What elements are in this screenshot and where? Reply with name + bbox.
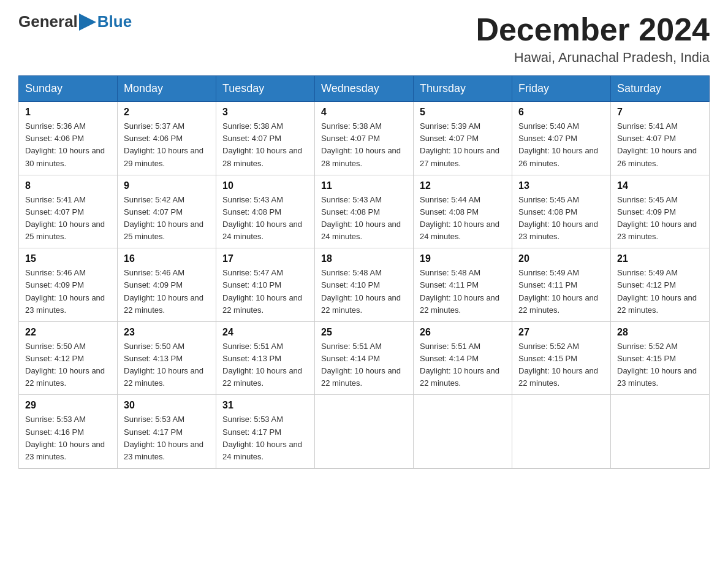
day-number: 27 xyxy=(518,327,604,338)
day-number: 13 xyxy=(518,180,604,191)
day-number: 5 xyxy=(420,107,506,118)
calendar-cell: 2 Sunrise: 5:37 AMSunset: 4:06 PMDayligh… xyxy=(118,102,216,175)
day-info: Sunrise: 5:38 AMSunset: 4:07 PMDaylight:… xyxy=(222,121,302,167)
day-info: Sunrise: 5:36 AMSunset: 4:06 PMDaylight:… xyxy=(25,121,105,167)
calendar-cell: 31 Sunrise: 5:53 AMSunset: 4:17 PMDaylig… xyxy=(216,395,315,469)
weekday-header-tuesday: Tuesday xyxy=(216,76,315,102)
day-number: 17 xyxy=(222,253,308,264)
calendar-cell: 14 Sunrise: 5:45 AMSunset: 4:09 PMDaylig… xyxy=(611,175,710,248)
day-number: 25 xyxy=(321,327,407,338)
calendar-week-row: 15 Sunrise: 5:46 AMSunset: 4:09 PMDaylig… xyxy=(19,248,710,322)
calendar-cell: 8 Sunrise: 5:41 AMSunset: 4:07 PMDayligh… xyxy=(19,175,118,248)
day-info: Sunrise: 5:48 AMSunset: 4:11 PMDaylight:… xyxy=(420,268,499,314)
day-info: Sunrise: 5:45 AMSunset: 4:09 PMDaylight:… xyxy=(617,195,697,241)
location-subtitle: Hawai, Arunachal Pradesh, India xyxy=(476,50,710,66)
day-info: Sunrise: 5:51 AMSunset: 4:13 PMDaylight:… xyxy=(222,342,302,388)
weekday-header-wednesday: Wednesday xyxy=(315,76,414,102)
calendar-cell: 3 Sunrise: 5:38 AMSunset: 4:07 PMDayligh… xyxy=(216,102,315,175)
calendar-cell: 20 Sunrise: 5:49 AMSunset: 4:11 PMDaylig… xyxy=(512,248,611,322)
calendar-table: SundayMondayTuesdayWednesdayThursdayFrid… xyxy=(18,75,710,469)
calendar-week-row: 29 Sunrise: 5:53 AMSunset: 4:16 PMDaylig… xyxy=(19,395,710,469)
day-info: Sunrise: 5:39 AMSunset: 4:07 PMDaylight:… xyxy=(420,121,499,167)
day-number: 19 xyxy=(420,253,506,264)
day-number: 15 xyxy=(25,253,111,264)
calendar-cell: 12 Sunrise: 5:44 AMSunset: 4:08 PMDaylig… xyxy=(414,175,512,248)
calendar-cell: 28 Sunrise: 5:52 AMSunset: 4:15 PMDaylig… xyxy=(611,321,710,395)
calendar-cell: 6 Sunrise: 5:40 AMSunset: 4:07 PMDayligh… xyxy=(512,102,611,175)
day-info: Sunrise: 5:37 AMSunset: 4:06 PMDaylight:… xyxy=(124,121,203,167)
day-number: 29 xyxy=(25,400,111,411)
calendar-cell xyxy=(315,395,414,469)
day-number: 6 xyxy=(518,107,604,118)
calendar-cell: 1 Sunrise: 5:36 AMSunset: 4:06 PMDayligh… xyxy=(19,102,118,175)
calendar-header-row: SundayMondayTuesdayWednesdayThursdayFrid… xyxy=(19,76,710,102)
day-number: 1 xyxy=(25,107,111,118)
day-info: Sunrise: 5:46 AMSunset: 4:09 PMDaylight:… xyxy=(25,268,105,314)
calendar-cell: 23 Sunrise: 5:50 AMSunset: 4:13 PMDaylig… xyxy=(118,321,216,395)
day-number: 2 xyxy=(124,107,210,118)
day-number: 23 xyxy=(124,327,210,338)
logo-blue: Blue xyxy=(97,12,132,31)
day-info: Sunrise: 5:47 AMSunset: 4:10 PMDaylight:… xyxy=(222,268,302,314)
day-info: Sunrise: 5:52 AMSunset: 4:15 PMDaylight:… xyxy=(518,342,598,388)
day-info: Sunrise: 5:41 AMSunset: 4:07 PMDaylight:… xyxy=(25,195,105,241)
calendar-cell xyxy=(611,395,710,469)
day-info: Sunrise: 5:41 AMSunset: 4:07 PMDaylight:… xyxy=(617,121,697,167)
calendar-cell: 29 Sunrise: 5:53 AMSunset: 4:16 PMDaylig… xyxy=(19,395,118,469)
day-number: 26 xyxy=(420,327,506,338)
day-number: 3 xyxy=(222,107,308,118)
calendar-cell: 30 Sunrise: 5:53 AMSunset: 4:17 PMDaylig… xyxy=(118,395,216,469)
calendar-cell: 18 Sunrise: 5:48 AMSunset: 4:10 PMDaylig… xyxy=(315,248,414,322)
day-number: 10 xyxy=(222,180,308,191)
calendar-cell: 13 Sunrise: 5:45 AMSunset: 4:08 PMDaylig… xyxy=(512,175,611,248)
calendar-cell: 16 Sunrise: 5:46 AMSunset: 4:09 PMDaylig… xyxy=(118,248,216,322)
calendar-cell: 7 Sunrise: 5:41 AMSunset: 4:07 PMDayligh… xyxy=(611,102,710,175)
calendar-week-row: 22 Sunrise: 5:50 AMSunset: 4:12 PMDaylig… xyxy=(19,321,710,395)
calendar-cell: 25 Sunrise: 5:51 AMSunset: 4:14 PMDaylig… xyxy=(315,321,414,395)
day-number: 8 xyxy=(25,180,111,191)
day-number: 20 xyxy=(518,253,604,264)
day-info: Sunrise: 5:49 AMSunset: 4:12 PMDaylight:… xyxy=(617,268,697,314)
weekday-header-saturday: Saturday xyxy=(611,76,710,102)
day-number: 14 xyxy=(617,180,703,191)
day-info: Sunrise: 5:40 AMSunset: 4:07 PMDaylight:… xyxy=(518,121,598,167)
calendar-cell: 21 Sunrise: 5:49 AMSunset: 4:12 PMDaylig… xyxy=(611,248,710,322)
day-info: Sunrise: 5:45 AMSunset: 4:08 PMDaylight:… xyxy=(518,195,598,241)
day-info: Sunrise: 5:48 AMSunset: 4:10 PMDaylight:… xyxy=(321,268,401,314)
logo-general: General xyxy=(18,12,78,31)
logo: General Blue xyxy=(18,12,132,31)
day-info: Sunrise: 5:49 AMSunset: 4:11 PMDaylight:… xyxy=(518,268,598,314)
day-info: Sunrise: 5:51 AMSunset: 4:14 PMDaylight:… xyxy=(321,342,401,388)
svg-marker-0 xyxy=(79,13,96,31)
day-info: Sunrise: 5:38 AMSunset: 4:07 PMDaylight:… xyxy=(321,121,401,167)
day-info: Sunrise: 5:43 AMSunset: 4:08 PMDaylight:… xyxy=(222,195,302,241)
calendar-cell: 22 Sunrise: 5:50 AMSunset: 4:12 PMDaylig… xyxy=(19,321,118,395)
day-info: Sunrise: 5:43 AMSunset: 4:08 PMDaylight:… xyxy=(321,195,401,241)
weekday-header-sunday: Sunday xyxy=(19,76,118,102)
calendar-week-row: 8 Sunrise: 5:41 AMSunset: 4:07 PMDayligh… xyxy=(19,175,710,248)
weekday-header-monday: Monday xyxy=(118,76,216,102)
calendar-cell xyxy=(512,395,611,469)
day-info: Sunrise: 5:44 AMSunset: 4:08 PMDaylight:… xyxy=(420,195,499,241)
logo-icon xyxy=(79,13,96,31)
calendar-cell: 10 Sunrise: 5:43 AMSunset: 4:08 PMDaylig… xyxy=(216,175,315,248)
calendar-cell: 17 Sunrise: 5:47 AMSunset: 4:10 PMDaylig… xyxy=(216,248,315,322)
calendar-cell: 5 Sunrise: 5:39 AMSunset: 4:07 PMDayligh… xyxy=(414,102,512,175)
calendar-cell: 9 Sunrise: 5:42 AMSunset: 4:07 PMDayligh… xyxy=(118,175,216,248)
day-info: Sunrise: 5:53 AMSunset: 4:17 PMDaylight:… xyxy=(222,415,302,461)
day-number: 22 xyxy=(25,327,111,338)
calendar-cell: 15 Sunrise: 5:46 AMSunset: 4:09 PMDaylig… xyxy=(19,248,118,322)
day-info: Sunrise: 5:52 AMSunset: 4:15 PMDaylight:… xyxy=(617,342,697,388)
calendar-cell: 4 Sunrise: 5:38 AMSunset: 4:07 PMDayligh… xyxy=(315,102,414,175)
day-number: 28 xyxy=(617,327,703,338)
weekday-header-thursday: Thursday xyxy=(414,76,512,102)
page-header: General Blue December 2024 Hawai, Arunac… xyxy=(18,12,710,66)
day-number: 7 xyxy=(617,107,703,118)
day-number: 18 xyxy=(321,253,407,264)
day-info: Sunrise: 5:50 AMSunset: 4:12 PMDaylight:… xyxy=(25,342,105,388)
day-info: Sunrise: 5:53 AMSunset: 4:17 PMDaylight:… xyxy=(124,415,203,461)
calendar-cell xyxy=(414,395,512,469)
calendar-cell: 19 Sunrise: 5:48 AMSunset: 4:11 PMDaylig… xyxy=(414,248,512,322)
day-info: Sunrise: 5:50 AMSunset: 4:13 PMDaylight:… xyxy=(124,342,203,388)
day-number: 16 xyxy=(124,253,210,264)
